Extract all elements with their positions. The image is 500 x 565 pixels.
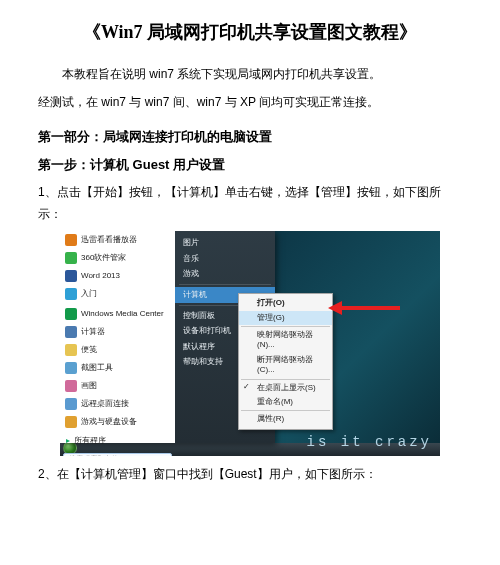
- context-menu-item[interactable]: 断开网络驱动器(C)...: [239, 353, 332, 378]
- start-menu-pinned-item[interactable]: 入门: [60, 285, 175, 303]
- start-menu-right-item[interactable]: 游戏: [175, 266, 275, 282]
- app-label: 计算器: [81, 328, 105, 336]
- start-menu-pinned-item[interactable]: 便笺: [60, 341, 175, 359]
- start-menu-pinned-item[interactable]: Windows Media Center: [60, 305, 175, 323]
- app-label: 截图工具: [81, 364, 113, 372]
- intro-paragraph-1: 本教程旨在说明 win7 系统下实现局域网内打印机共享设置。: [38, 62, 462, 86]
- step-1-heading: 第一步：计算机 Guest 用户设置: [38, 156, 462, 174]
- app-icon: [65, 362, 77, 374]
- section-1-heading: 第一部分：局域网连接打印机的电脑设置: [38, 128, 462, 146]
- app-label: 游戏与硬盘设备: [81, 418, 137, 426]
- app-icon: [65, 234, 77, 246]
- desktop-watermark: is it crazy: [307, 434, 432, 450]
- screenshot-step-1: 迅雷看看播放器360软件管家Word 2013入门Windows Media C…: [60, 231, 440, 456]
- app-label: 远程桌面连接: [81, 400, 129, 408]
- app-label: Windows Media Center: [81, 310, 164, 318]
- app-icon: [65, 326, 77, 338]
- search-input[interactable]: 搜索程序和文件: [63, 453, 172, 456]
- app-icon: [65, 308, 77, 320]
- context-menu-item[interactable]: 打开(O): [239, 296, 332, 310]
- app-label: 迅雷看看播放器: [81, 236, 137, 244]
- context-menu: 打开(O)管理(G)映射网络驱动器(N)...断开网络驱动器(C)...✓在桌面…: [238, 293, 333, 430]
- context-menu-item[interactable]: 映射网络驱动器(N)...: [239, 328, 332, 353]
- start-menu-pinned-item[interactable]: 360软件管家: [60, 249, 175, 267]
- app-label: Word 2013: [81, 272, 120, 280]
- all-programs-button[interactable]: 所有程序: [60, 431, 175, 450]
- start-menu-pinned-item[interactable]: 远程桌面连接: [60, 395, 175, 413]
- app-icon: [65, 416, 77, 428]
- app-icon: [65, 270, 77, 282]
- app-icon: [65, 288, 77, 300]
- app-label: 便笺: [81, 346, 97, 354]
- context-menu-item[interactable]: 重命名(M): [239, 395, 332, 409]
- annotation-arrow: [330, 303, 400, 313]
- start-menu-pinned-item[interactable]: 计算器: [60, 323, 175, 341]
- app-icon: [65, 344, 77, 356]
- app-label: 入门: [81, 290, 97, 298]
- start-menu-pinned-item[interactable]: 游戏与硬盘设备: [60, 413, 175, 431]
- context-menu-manage-item[interactable]: 管理(G): [239, 311, 332, 325]
- app-label: 360软件管家: [81, 254, 126, 262]
- start-menu-pinned-item[interactable]: 截图工具: [60, 359, 175, 377]
- start-menu-pinned-item[interactable]: 画图: [60, 377, 175, 395]
- start-menu-right-item[interactable]: 音乐: [175, 251, 275, 267]
- start-menu-pinned-item[interactable]: Word 2013: [60, 267, 175, 285]
- app-label: 画图: [81, 382, 97, 390]
- context-menu-item[interactable]: ✓在桌面上显示(S): [239, 381, 332, 395]
- page-title: 《Win7 局域网打印机共享设置图文教程》: [38, 20, 462, 44]
- context-menu-item[interactable]: 属性(R): [239, 412, 332, 426]
- step-2-text: 2、在【计算机管理】窗口中找到【Guest】用户，如下图所示：: [38, 464, 462, 486]
- app-icon: [65, 398, 77, 410]
- app-icon: [65, 380, 77, 392]
- start-menu-right-item[interactable]: 图片: [175, 235, 275, 251]
- app-icon: [65, 252, 77, 264]
- start-menu-left: 迅雷看看播放器360软件管家Word 2013入门Windows Media C…: [60, 231, 175, 443]
- intro-paragraph-2: 经测试，在 win7 与 win7 间、win7 与 XP 间均可实现正常连接。: [38, 90, 462, 114]
- start-menu-pinned-item[interactable]: 迅雷看看播放器: [60, 231, 175, 249]
- step-1-text: 1、点击【开始】按钮，【计算机】单击右键，选择【管理】按钮，如下图所示：: [38, 182, 462, 225]
